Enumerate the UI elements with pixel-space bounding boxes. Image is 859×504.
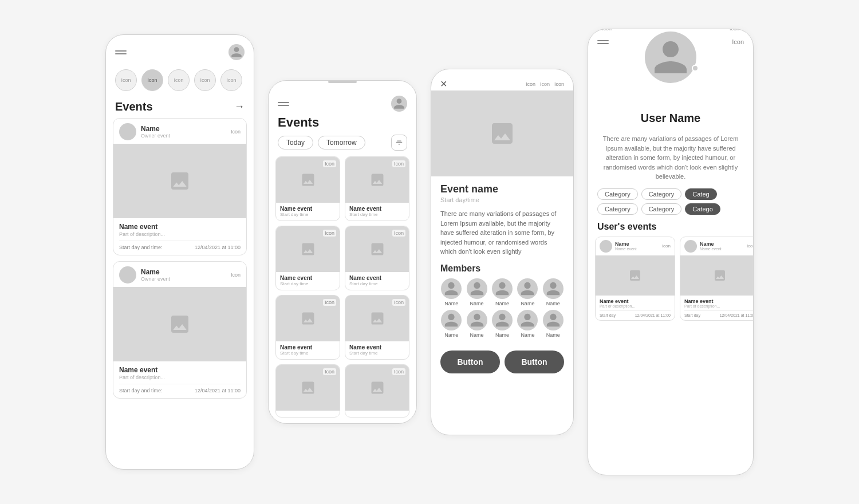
category-4[interactable]: Category xyxy=(641,203,682,215)
event-time-0: Start day and time: 12/04/2021 at 11:00 xyxy=(119,245,241,250)
button-2[interactable]: Button xyxy=(505,351,564,373)
side-icon-left: Icon xyxy=(602,29,612,32)
card-name-0: Name xyxy=(141,125,231,133)
user-bio: There are many variations of passages of… xyxy=(588,129,753,186)
ec-header-1: Name Name event Icon xyxy=(680,237,753,255)
member-7: Name xyxy=(491,310,513,338)
arrow-icon[interactable]: → xyxy=(234,101,245,113)
grid-card-3[interactable]: Icon Name eventStart day time xyxy=(345,226,409,290)
grid-card-1[interactable]: Icon Name eventStart day time xyxy=(345,156,409,221)
card-icon-label-1: Icon xyxy=(231,272,241,278)
grid-card-6[interactable]: Icon xyxy=(275,364,340,418)
card-icon-label-0: Icon xyxy=(231,129,241,135)
filter-today-btn[interactable]: Today xyxy=(278,136,313,149)
event-hero-image xyxy=(431,90,573,176)
ec-name-wrap-1: Name Name event xyxy=(700,241,747,251)
category-1[interactable]: Category xyxy=(641,188,682,200)
grid-card-2[interactable]: Icon Name eventStart day time xyxy=(275,226,340,290)
section-header: Events → xyxy=(106,98,254,118)
icon-circle-4[interactable]: Icon xyxy=(220,69,242,91)
card-name-1: Name xyxy=(141,268,231,276)
phone1-header xyxy=(106,35,254,65)
icon-circle-1[interactable]: Icon xyxy=(141,69,163,91)
event-time-1: Start day and time: 12/04/2021 at 11:00 xyxy=(119,388,241,393)
category-0[interactable]: Category xyxy=(597,188,638,200)
category-3[interactable]: Category xyxy=(597,203,638,215)
card-avatar-1 xyxy=(119,266,136,284)
users-events-title: User's events xyxy=(588,219,753,237)
phone2-title: Events xyxy=(269,114,416,135)
card-header-1: Name Owner event Icon xyxy=(113,262,246,287)
top-icon-1: Icon xyxy=(540,81,550,87)
event-desc-1: Part of description... xyxy=(119,375,241,380)
grid-card-7[interactable]: Icon xyxy=(345,364,409,418)
phone2-grid: Icon Name eventStart day time Icon Name … xyxy=(269,156,416,418)
icons-row: Icon Icon Icon Icon Icon xyxy=(106,65,254,98)
menu-icon[interactable] xyxy=(115,50,127,54)
event-card-0[interactable]: Name Owner event Icon Name event Part of… xyxy=(113,118,247,255)
user-events-row: Name Name event Icon Name event Part of … xyxy=(588,237,753,321)
member-6: Name xyxy=(466,310,487,338)
card-body-1: Name event Part of description... Start … xyxy=(113,361,246,398)
icon-circle-0[interactable]: Icon xyxy=(115,69,137,91)
phone-2-frame: Events Today Tomorrow Icon Name eventSta… xyxy=(268,80,417,424)
action-buttons: Button Button xyxy=(431,345,573,379)
ec-header-0: Name Name event Icon xyxy=(596,237,675,255)
username: User Name xyxy=(641,112,701,125)
card-body-0: Name event Part of description... Start … xyxy=(113,218,246,255)
event-name-0: Name event xyxy=(119,223,241,231)
member-2: Name xyxy=(491,278,513,306)
member-4: Name xyxy=(542,278,564,306)
grid-card-5[interactable]: Icon Name eventStart day time xyxy=(345,295,409,360)
phone4-top-icon: Icon xyxy=(732,38,744,45)
card-header-0: Name Owner event Icon xyxy=(113,119,246,144)
close-icon[interactable]: × xyxy=(440,77,447,90)
phone2-avatar-icon[interactable] xyxy=(391,96,407,112)
top-icon-2: Icon xyxy=(554,81,564,87)
category-2[interactable]: Categ xyxy=(685,188,716,200)
card-sub-1: Owner event xyxy=(141,276,231,282)
section-title: Events xyxy=(115,100,153,113)
grid-card-0[interactable]: Icon Name eventStart day time xyxy=(275,156,340,221)
phone-3-frame: × Icon Icon Icon Event name Start day/ti… xyxy=(431,69,574,435)
user-event-card-1[interactable]: Name Name event Icon Name event Part of … xyxy=(680,237,753,321)
phone2-filter-row: Today Tomorrow xyxy=(269,135,416,156)
phone-4-frame: Icon Icon Icon User Name There are many … xyxy=(588,29,754,475)
event-desc-0: Part of description... xyxy=(119,231,241,237)
member-8: Name xyxy=(517,310,538,338)
category-5[interactable]: Catego xyxy=(685,203,720,215)
ec-avatar-0 xyxy=(600,240,612,253)
profile-avatar xyxy=(645,32,696,83)
ec-avatar-1 xyxy=(684,240,697,253)
member-0: Name xyxy=(440,278,462,306)
ec-name-wrap-0: Name Name event xyxy=(615,241,662,251)
card-sub-0: Owner event xyxy=(141,133,231,139)
card-name-wrap-1: Name Owner event xyxy=(141,268,231,282)
member-1: Name xyxy=(466,278,487,306)
filter-icon[interactable] xyxy=(391,135,407,151)
member-5: Name xyxy=(440,310,462,338)
ec-body-1: Name event Part of description... Start … xyxy=(680,296,753,320)
filter-tomorrow-btn[interactable]: Tomorrow xyxy=(318,136,365,149)
user-event-card-0[interactable]: Name Name event Icon Name event Part of … xyxy=(595,237,675,321)
grid-card-4[interactable]: Icon Name eventStart day time xyxy=(275,295,340,360)
card-name-wrap-0: Name Owner event xyxy=(141,125,231,139)
phone2-menu-icon[interactable] xyxy=(278,102,289,106)
ec-body-0: Name event Part of description... Start … xyxy=(596,296,675,320)
phone-1-frame: Icon Icon Icon Icon Icon Events → Name O… xyxy=(105,34,254,470)
event-card-1[interactable]: Name Owner event Icon Name event Part of… xyxy=(113,261,247,399)
members-grid: Name Name Name Name Name Name xyxy=(440,278,564,338)
button-1[interactable]: Button xyxy=(440,351,500,373)
top-icon-0: Icon xyxy=(526,81,535,87)
profile-section: Icon Icon User Name xyxy=(588,50,753,129)
icon-circle-3[interactable]: Icon xyxy=(194,69,216,91)
online-status-dot xyxy=(692,65,699,72)
member-3: Name xyxy=(517,278,538,306)
side-icon-right: Icon xyxy=(730,29,739,32)
phone3-content: Event name Start day/time There are many… xyxy=(431,176,573,345)
phone4-menu-icon[interactable] xyxy=(597,40,609,44)
phone3-top-bar: × Icon Icon Icon xyxy=(431,69,573,90)
event-description: There are many variations of passages of… xyxy=(440,209,564,257)
avatar-icon[interactable] xyxy=(228,44,245,60)
icon-circle-2[interactable]: Icon xyxy=(168,69,190,91)
